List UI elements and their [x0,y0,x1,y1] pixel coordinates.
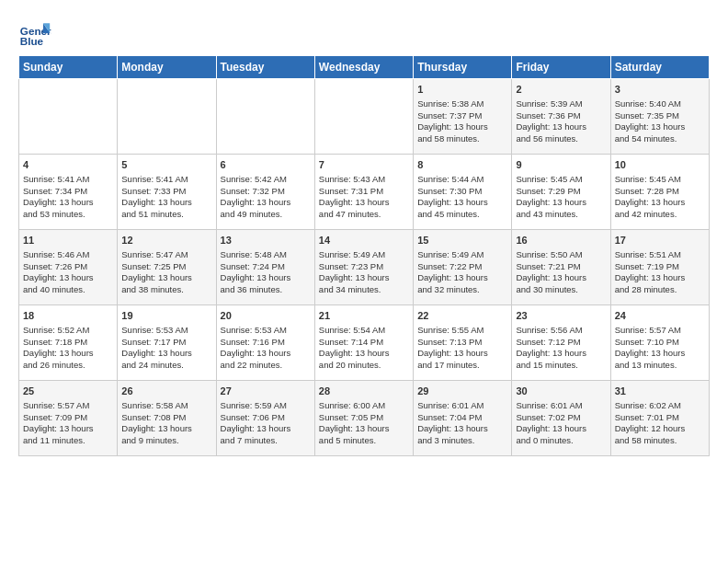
day-number: 4 [23,158,113,172]
calendar-cell [314,79,413,155]
cell-text: Sunset: 7:12 PM [516,337,606,349]
col-header-monday: Monday [118,56,216,79]
cell-text: and 26 minutes. [23,360,113,372]
calendar-cell [118,79,216,155]
cell-text: Daylight: 13 hours [319,197,409,209]
cell-text: Sunset: 7:29 PM [516,186,606,198]
cell-text: and 9 minutes. [121,435,211,447]
cell-text: and 38 minutes. [121,284,211,296]
calendar-cell: 14Sunrise: 5:49 AMSunset: 7:23 PMDayligh… [314,230,413,305]
cell-text: Sunset: 7:10 PM [615,337,705,349]
calendar-row-2: 11Sunrise: 5:46 AMSunset: 7:26 PMDayligh… [19,230,710,305]
cell-text: Daylight: 13 hours [417,121,507,133]
cell-text: and 17 minutes. [417,360,507,372]
cell-text: Sunrise: 5:53 AM [121,325,211,337]
cell-text: Daylight: 13 hours [615,272,705,284]
cell-text: Sunrise: 5:52 AM [23,325,113,337]
cell-text: Daylight: 13 hours [121,272,211,284]
cell-text: Sunset: 7:34 PM [23,186,113,198]
cell-text: Sunrise: 5:48 AM [221,249,311,261]
cell-text: Sunrise: 5:46 AM [23,249,113,261]
day-number: 17 [615,234,705,247]
calendar-cell: 2Sunrise: 5:39 AMSunset: 7:36 PMDaylight… [512,79,610,155]
cell-text: Daylight: 13 hours [121,197,211,209]
cell-text: Sunrise: 6:01 AM [516,400,606,412]
day-number: 19 [121,309,211,323]
cell-text: Sunset: 7:28 PM [615,186,705,198]
day-number: 31 [615,385,705,398]
cell-text: and 32 minutes. [417,284,507,296]
day-number: 28 [319,385,409,398]
calendar-cell: 23Sunrise: 5:56 AMSunset: 7:12 PMDayligh… [512,305,610,381]
calendar-cell: 1Sunrise: 5:38 AMSunset: 7:37 PMDaylight… [414,79,512,155]
calendar-cell: 22Sunrise: 5:55 AMSunset: 7:13 PMDayligh… [414,305,512,381]
cell-text: Daylight: 13 hours [615,197,705,209]
calendar-table: SundayMondayTuesdayWednesdayThursdayFrid… [18,55,710,456]
cell-text: Sunrise: 6:01 AM [417,400,507,412]
cell-text: and 28 minutes. [615,284,705,296]
cell-text: Daylight: 13 hours [516,423,606,435]
day-number: 22 [417,309,507,323]
cell-text: Daylight: 13 hours [516,121,606,133]
calendar-cell: 20Sunrise: 5:53 AMSunset: 7:16 PMDayligh… [216,305,314,381]
calendar-cell: 24Sunrise: 5:57 AMSunset: 7:10 PMDayligh… [610,305,709,381]
calendar-row-4: 25Sunrise: 5:57 AMSunset: 7:09 PMDayligh… [19,381,710,456]
day-number: 30 [516,385,606,398]
day-number: 9 [516,158,606,172]
calendar-cell: 13Sunrise: 5:48 AMSunset: 7:24 PMDayligh… [216,230,314,305]
cell-text: Sunset: 7:18 PM [23,337,113,349]
calendar-row-3: 18Sunrise: 5:52 AMSunset: 7:18 PMDayligh… [19,305,710,381]
cell-text: Daylight: 13 hours [516,272,606,284]
cell-text: and 11 minutes. [23,435,113,447]
cell-text: Daylight: 13 hours [23,197,113,209]
cell-text: Sunrise: 5:45 AM [615,174,705,186]
cell-text: Sunrise: 5:38 AM [417,98,507,110]
cell-text: and 45 minutes. [417,209,507,221]
cell-text: and 40 minutes. [23,284,113,296]
cell-text: Sunset: 7:13 PM [417,337,507,349]
cell-text: Sunrise: 5:39 AM [516,98,606,110]
cell-text: Daylight: 13 hours [319,272,409,284]
day-number: 16 [516,234,606,247]
cell-text: Daylight: 13 hours [319,348,409,360]
day-number: 29 [417,385,507,398]
col-header-saturday: Saturday [610,56,709,79]
logo: General Blue [18,17,51,50]
cell-text: and 13 minutes. [615,360,705,372]
cell-text: Daylight: 13 hours [23,348,113,360]
cell-text: Daylight: 13 hours [23,423,113,435]
header: General Blue [18,17,710,50]
cell-text: and 22 minutes. [221,360,311,372]
calendar-cell: 30Sunrise: 6:01 AMSunset: 7:02 PMDayligh… [512,381,610,456]
cell-text: Daylight: 13 hours [516,348,606,360]
cell-text: Daylight: 13 hours [417,423,507,435]
col-header-tuesday: Tuesday [216,56,314,79]
cell-text: and 36 minutes. [221,284,311,296]
cell-text: Sunrise: 5:47 AM [121,249,211,261]
cell-text: and 24 minutes. [121,360,211,372]
cell-text: Daylight: 13 hours [221,423,311,435]
cell-text: Sunset: 7:30 PM [417,186,507,198]
cell-text: and 56 minutes. [516,133,606,145]
cell-text: Sunrise: 5:49 AM [417,249,507,261]
day-number: 6 [221,158,311,172]
calendar-cell: 15Sunrise: 5:49 AMSunset: 7:22 PMDayligh… [414,230,512,305]
cell-text: Sunset: 7:26 PM [23,261,113,273]
cell-text: Daylight: 13 hours [121,423,211,435]
calendar-cell [216,79,314,155]
day-number: 21 [319,309,409,323]
day-number: 11 [23,234,113,247]
calendar-cell: 25Sunrise: 5:57 AMSunset: 7:09 PMDayligh… [19,381,118,456]
day-number: 15 [417,234,507,247]
cell-text: Sunset: 7:04 PM [417,412,507,424]
cell-text: Daylight: 13 hours [417,197,507,209]
cell-text: Daylight: 13 hours [615,121,705,133]
day-number: 7 [319,158,409,172]
cell-text: Daylight: 12 hours [615,423,705,435]
day-number: 24 [615,309,705,323]
svg-text:Blue: Blue [20,35,44,47]
calendar-cell: 12Sunrise: 5:47 AMSunset: 7:25 PMDayligh… [118,230,216,305]
cell-text: Sunrise: 5:59 AM [221,400,311,412]
calendar-cell: 3Sunrise: 5:40 AMSunset: 7:35 PMDaylight… [610,79,709,155]
calendar-cell: 26Sunrise: 5:58 AMSunset: 7:08 PMDayligh… [118,381,216,456]
